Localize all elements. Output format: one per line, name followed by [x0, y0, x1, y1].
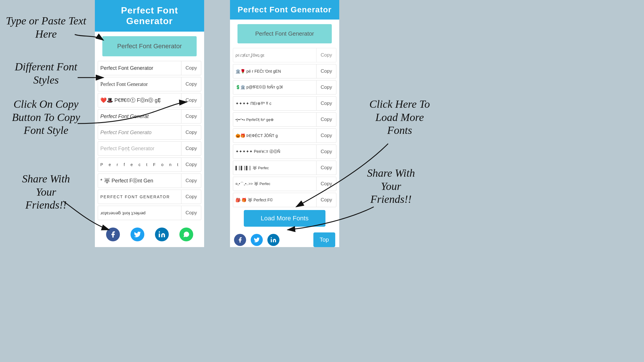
social-bar-left	[95, 222, 204, 246]
annotation-click-copy: Click On CopyButton To CopyFont Style	[0, 98, 92, 137]
copy-button[interactable]: Copy	[181, 143, 201, 154]
svg-point-1	[271, 237, 272, 238]
font-text: Perfect Fọṇṭ Generator	[98, 142, 181, 155]
font-text: Perfect Font Generat	[98, 109, 181, 123]
font-text: Perfect Font Generator	[98, 61, 181, 75]
copy-button[interactable]: Copy	[317, 98, 336, 109]
right-panel-header: Perfect Font Generator	[230, 0, 339, 20]
font-row: ✦✦✦✦ ΠΕr⊕Ŧª Ŧ c Copy	[233, 96, 336, 111]
font-row: Perfect Font Generator Copy	[98, 61, 201, 75]
font-text: perfect font generator	[98, 190, 181, 204]
copy-button[interactable]: Copy	[317, 194, 336, 206]
linkedin-icon-right[interactable]	[267, 234, 279, 246]
copy-button[interactable]: Copy	[317, 82, 336, 93]
load-more-button[interactable]: Load More Fonts	[244, 210, 326, 227]
left-panel-header: Perfect Font Generator	[95, 0, 204, 32]
copy-button[interactable]: Copy	[181, 62, 201, 74]
font-text: Perfect Font Generator	[98, 77, 181, 91]
font-text: ɹoʇɐɹǝuǝƃ ʇuoɟ ʇɔǝɟɹǝd	[98, 206, 181, 220]
copy-button[interactable]: Copy	[181, 95, 201, 106]
copy-button[interactable]: Copy	[317, 146, 336, 157]
font-text: ❤️🎩 P€ff€©ⓣ FⓄnⓄ gẸ	[98, 93, 181, 107]
annotation-share-left: Share WithYourFriends!!	[9, 172, 83, 212]
copy-button[interactable]: Copy	[317, 114, 336, 125]
font-text: * 🐺 Perfect Fⓞnt Gen	[98, 174, 181, 188]
top-button[interactable]: Top	[313, 232, 335, 247]
font-text: ▌║▌║▌║ 🐺 Perfec	[233, 161, 317, 175]
font-list-right: ρ૯ɾʇ€ɕт ʆΘиʇ gε Copy 🏛️🌹 pé r FEČt 'Ont …	[230, 48, 339, 207]
copy-button[interactable]: Copy	[181, 191, 201, 203]
font-text: ✦✦✦✦ ΠΕr⊕Ŧª Ŧ c	[233, 97, 317, 110]
font-row: * 🐺 Perfect Fⓞnt Gen Copy	[98, 174, 201, 188]
font-row: Perfect Fọṇṭ Generator Copy	[98, 141, 201, 156]
font-row: ❤️🎩 P€ff€©ⓣ FⓄnⓄ gẸ Copy	[98, 93, 201, 107]
twitter-icon[interactable]	[131, 228, 144, 241]
font-row: 🎃🎁 ÞЕФÉCT ĴÔÑТ g Copy	[233, 128, 336, 143]
font-row: P e r f e c t F o n t Copy	[98, 157, 201, 172]
bottom-bar-right: Top	[230, 230, 339, 247]
annotation-load-more: Click Here ToLoad MoreFonts	[354, 98, 446, 137]
font-text: P e r f e c t F o n t	[98, 158, 181, 172]
font-row: ✦✦✦✦✦ Pея'e□т ⓓⓄÑ Copy	[233, 145, 336, 159]
copy-button[interactable]: Copy	[317, 66, 336, 77]
linkedin-icon[interactable]	[155, 228, 169, 241]
copy-button[interactable]: Copy	[317, 178, 336, 190]
facebook-icon[interactable]	[106, 228, 120, 241]
font-row: ¤„•⌒„•..>> 🐺 Perfec Copy	[233, 177, 336, 191]
left-phone-panel: Perfect Font Generator Perfect Font Gene…	[95, 0, 204, 247]
font-row: Perfect Font Generato Copy	[98, 125, 201, 140]
copy-button[interactable]: Copy	[181, 175, 201, 186]
annotation-share-right: Share WithYourFriends!!	[351, 167, 431, 206]
text-input[interactable]: Perfect Font Generator	[102, 36, 197, 56]
font-row: Perfect Font Generat Copy	[98, 109, 201, 124]
font-row: 🎒·🎁 🐺 Perfect F© Copy	[233, 193, 336, 207]
annotation-different-fonts: Different FontStyles	[3, 60, 89, 86]
copy-button[interactable]: Copy	[181, 78, 201, 90]
font-text: 🏛️🌹 pé r FEČt 'Ont gEN	[233, 64, 317, 78]
svg-point-0	[159, 231, 160, 232]
copy-button[interactable]: Copy	[181, 207, 201, 219]
font-text: 💲🏛️ p@fFE©Ⓓ foÑт ɡЭl	[233, 80, 317, 94]
font-text: ρ૯ɾʇ€ɕт ʆΘиʇ gε	[233, 48, 317, 62]
font-text: ¤„•⌒„•..>> 🐺 Perfec	[233, 177, 317, 191]
facebook-icon-right[interactable]	[234, 234, 246, 246]
font-row: •|••°•» Pẹrfe©ṭ foⁿ gẹ⊕ Copy	[233, 112, 336, 127]
annotation-type-paste: Type or Paste TextHere	[6, 14, 86, 41]
font-row: 🏛️🌹 pé r FEČt 'Ont gEN Copy	[233, 64, 336, 78]
font-row: 💲🏛️ p@fFE©Ⓓ foÑт ɡЭl Copy	[233, 80, 336, 95]
right-text-input[interactable]: Perfect Font Generator	[237, 24, 332, 43]
whatsapp-icon[interactable]	[179, 228, 193, 241]
font-row: perfect font generator Copy	[98, 190, 201, 204]
font-text: 🎃🎁 ÞЕФÉCT ĴÔÑТ g	[233, 129, 317, 143]
font-text: 🎒·🎁 🐺 Perfect F©	[233, 193, 317, 207]
copy-button[interactable]: Copy	[181, 111, 201, 122]
copy-button[interactable]: Copy	[317, 130, 336, 141]
copy-button[interactable]: Copy	[317, 162, 336, 174]
font-list-left: Perfect Font Generator Copy Perfect Font…	[95, 61, 204, 220]
copy-button[interactable]: Copy	[181, 159, 201, 170]
copy-button[interactable]: Copy	[317, 49, 336, 61]
font-row: ρ૯ɾʇ€ɕт ʆΘиʇ gε Copy	[233, 48, 336, 62]
font-text: •|••°•» Pẹrfe©ṭ foⁿ gẹ⊕	[233, 113, 317, 126]
copy-button[interactable]: Copy	[181, 127, 201, 138]
font-text: Perfect Font Generato	[98, 126, 181, 139]
font-text: ✦✦✦✦✦ Pея'e□т ⓓⓄÑ	[233, 145, 317, 159]
social-icons-right	[234, 234, 279, 246]
font-row: ɹoʇɐɹǝuǝƃ ʇuoɟ ʇɔǝɟɹǝd Copy	[98, 206, 201, 220]
twitter-icon-right[interactable]	[251, 234, 263, 246]
right-phone-panel: Perfect Font Generator Perfect Font Gene…	[230, 0, 339, 247]
font-row: Perfect Font Generator Copy	[98, 77, 201, 91]
font-row: ▌║▌║▌║ 🐺 Perfec Copy	[233, 161, 336, 175]
